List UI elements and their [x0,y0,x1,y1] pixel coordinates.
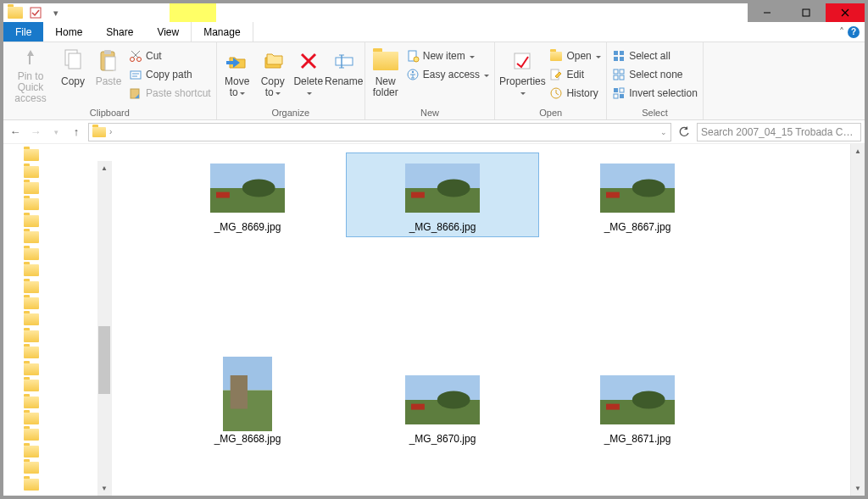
tree-folder-item[interactable] [7,476,94,491]
navigation-pane[interactable] [3,144,95,496]
tree-folder-item[interactable] [7,164,94,179]
collapse-ribbon-icon[interactable]: ˄ [839,26,844,38]
file-item[interactable]: _MG_8667.jpg [541,152,734,237]
folder-icon [24,215,39,227]
tab-home[interactable]: Home [43,22,94,42]
tree-folder-item[interactable] [7,444,94,459]
tree-folder-item[interactable] [7,361,94,376]
folder-icon [24,330,39,342]
nav-up-button[interactable]: ↑ [68,124,85,141]
invert-selection-button[interactable]: Invert selection [610,85,699,102]
copy-path-button[interactable]: Copy path [127,66,213,83]
tab-manage[interactable]: Manage [191,22,253,42]
tree-folder-item[interactable] [7,378,94,393]
file-item[interactable]: _MG_8671.jpg [541,364,734,449]
tree-folder-item[interactable] [7,263,94,278]
select-all-button[interactable]: Select all [610,47,699,64]
thumbnail [405,157,480,219]
tree-folder-item[interactable] [7,247,94,262]
qat-customize-icon[interactable]: ▾ [47,4,64,21]
app-icon [7,4,24,21]
file-item[interactable]: _MG_8666.jpg [346,152,539,237]
minimize-button[interactable] [748,3,787,22]
tree-folder-item[interactable] [7,180,94,196]
group-label-clipboard: Clipboard [7,106,213,119]
thumbnail [600,369,675,431]
svg-point-10 [131,58,135,62]
window-controls [748,3,865,22]
svg-rect-9 [105,57,115,70]
ribbon-group-select: Select all Select none Invert selection … [607,42,704,119]
search-placeholder: Search 2007_04_15 Trobada Cosins [701,126,857,138]
tab-file[interactable]: File [3,22,43,42]
tree-scroll-down[interactable]: ▼ [97,481,112,496]
tree-scroll-thumb[interactable] [98,326,110,394]
select-none-button[interactable]: Select none [610,66,699,83]
svg-rect-65 [606,404,620,410]
content-scroll-up[interactable]: ▲ [851,144,865,158]
svg-rect-39 [614,88,618,92]
tree-folder-item[interactable] [7,394,94,409]
paste-shortcut-button[interactable]: Paste shortcut [127,85,213,102]
content-scrollbar[interactable]: ▲ ▼ [850,144,865,496]
folder-icon [24,248,39,260]
splitter-left[interactable]: ▲ ▼ [95,144,114,496]
tree-folder-item[interactable] [7,329,94,344]
open-button[interactable]: Open [548,47,603,64]
tree-folder-item[interactable] [7,279,94,294]
breadcrumb-separator[interactable]: › [109,127,112,136]
tree-folder-item[interactable] [7,213,94,229]
edit-button[interactable]: Edit [548,66,603,83]
paste-button[interactable]: Paste [92,44,125,103]
copy-to-button[interactable]: Copy to [256,44,290,103]
items-view[interactable]: _MG_8669.jpg _MG_8666.jpg _MG_8667.jpg _… [114,144,850,496]
folder-icon [24,281,39,293]
move-to-button[interactable]: Move to [220,44,254,103]
tab-view[interactable]: View [145,22,191,42]
tree-folder-item[interactable] [7,460,94,475]
nav-forward-button[interactable]: → [27,124,44,141]
refresh-button[interactable] [675,123,693,141]
address-bar[interactable]: › ⌄ [88,123,671,141]
pin-to-quick-access-button[interactable]: Pin to Quick access [7,44,54,103]
tree-folder-item[interactable] [7,230,94,245]
history-button[interactable]: History [548,85,603,102]
folder-icon [24,396,39,408]
group-label-open: Open [498,106,603,119]
tree-folder-item[interactable] [7,197,94,212]
new-folder-button[interactable]: New folder [369,44,403,103]
content-scroll-down[interactable]: ▼ [851,481,865,496]
tree-folder-item[interactable] [7,147,94,163]
rename-button[interactable]: Rename [327,44,361,103]
tab-share[interactable]: Share [94,22,145,42]
tree-scroll-up[interactable]: ▲ [97,161,112,175]
tree-folder-item[interactable] [7,312,94,327]
delete-button[interactable]: Delete [292,44,326,103]
close-button[interactable] [826,3,865,22]
file-name-label: _MG_8669.jpg [214,221,281,233]
new-item-button[interactable]: New item [404,47,492,64]
tree-folder-item[interactable] [7,427,94,442]
file-name-label: _MG_8667.jpg [604,221,671,233]
tree-folder-item[interactable] [7,411,94,426]
group-label-organize: Organize [220,106,361,119]
properties-button[interactable]: Properties [498,44,546,103]
folder-icon [24,182,39,194]
easy-access-button[interactable]: Easy access [404,66,492,83]
cut-button[interactable]: Cut [127,47,213,64]
copy-button[interactable]: Copy [56,44,90,103]
file-item[interactable]: _MG_8669.jpg [151,152,344,237]
address-history-dropdown[interactable]: ⌄ [660,128,667,136]
help-icon[interactable]: ? [848,26,860,38]
select-all-icon [612,49,626,63]
nav-back-button[interactable]: ← [7,124,24,141]
file-item[interactable]: _MG_8668.jpg [151,364,344,449]
qat-properties-icon[interactable] [27,4,44,21]
file-item[interactable]: _MG_8670.jpg [346,364,539,449]
nav-recent-dropdown[interactable]: ▾ [47,124,64,141]
tree-folder-item[interactable] [7,345,94,360]
tree-folder-item[interactable] [7,296,94,311]
maximize-button[interactable] [787,3,826,22]
folder-icon [24,479,39,491]
search-input[interactable]: Search 2007_04_15 Trobada Cosins [697,123,861,141]
